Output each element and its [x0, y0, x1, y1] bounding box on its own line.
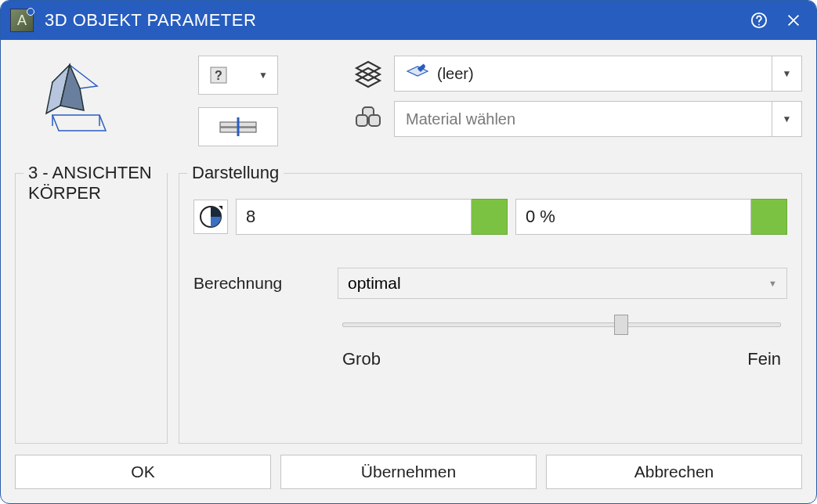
top-row: ? ▼ [15, 56, 802, 165]
views-body-panel: 3 - ANSICHTEN KÖRPER [15, 173, 168, 444]
help-icon [750, 12, 768, 29]
app-icon: A [10, 9, 34, 32]
value2-color-swatch[interactable] [751, 199, 787, 235]
dialog-footer: OK Übernehmen Abbrechen [1, 444, 816, 503]
berechnung-label: Berechnung [193, 274, 319, 293]
question-icon: ? [208, 65, 229, 85]
value1-group [236, 199, 508, 235]
apply-button[interactable]: Übernehmen [280, 455, 537, 489]
help-button[interactable] [746, 7, 772, 34]
slider-labels: Grob Fein [342, 349, 781, 369]
darstellung-panel: Darstellung [179, 173, 802, 444]
pie-icon [198, 204, 223, 229]
title-bar: A 3D OBJEKT PARAMETER [1, 1, 816, 40]
layers-icon [352, 59, 385, 88]
chevron-down-icon: ▼ [258, 70, 268, 81]
darstellung-title: Darstellung [187, 163, 284, 183]
ok-button[interactable]: OK [15, 455, 271, 489]
berechnung-dropdown[interactable]: optimal ▼ [338, 268, 787, 299]
window-title: 3D OBJEKT PARAMETER [45, 10, 738, 31]
layer-material-group: (leer) ▼ Material wählen ▼ [352, 56, 802, 137]
pie-icon-button[interactable] [193, 200, 228, 234]
detail-slider[interactable]: Grob Fein [342, 322, 781, 369]
views-body-title: 3 - ANSICHTEN KÖRPER [23, 163, 167, 203]
value2-group [515, 199, 787, 235]
layer-dropdown-value: (leer) [437, 65, 772, 83]
chevron-down-icon: ▼ [768, 279, 777, 288]
darstellung-values-row [193, 199, 787, 235]
svg-marker-5 [52, 115, 106, 131]
material-dropdown-placeholder: Material wählen [406, 110, 772, 128]
object-3d-preview-icon [31, 59, 117, 145]
chevron-down-icon: ▼ [772, 56, 801, 92]
svg-rect-19 [356, 115, 367, 126]
value1-color-swatch[interactable] [472, 199, 508, 235]
dialog-content: ? ▼ [1, 40, 816, 444]
chevron-down-icon: ▼ [772, 101, 801, 137]
value1-input[interactable] [236, 199, 472, 235]
slider-thumb[interactable] [614, 315, 628, 335]
layer-brush-icon [406, 62, 429, 85]
close-button[interactable] [780, 7, 807, 34]
berechnung-row: Berechnung optimal ▼ [193, 268, 787, 299]
tool-column: ? ▼ [198, 56, 278, 146]
material-dropdown[interactable]: Material wählen ▼ [394, 101, 802, 137]
svg-rect-20 [369, 115, 380, 126]
type-dropdown-button[interactable]: ? ▼ [198, 56, 278, 95]
alignment-icon [217, 116, 259, 138]
cancel-button[interactable]: Abbrechen [546, 455, 802, 489]
close-icon [785, 12, 802, 29]
value2-input[interactable] [515, 199, 751, 235]
svg-marker-22 [219, 206, 222, 210]
panels-row: 3 - ANSICHTEN KÖRPER Darstellung [15, 173, 802, 444]
slider-min-label: Grob [342, 349, 381, 369]
dialog-window: A 3D OBJEKT PARAMETER [0, 0, 817, 504]
slider-max-label: Fein [747, 349, 781, 369]
cluster-icon [352, 104, 385, 134]
berechnung-value: optimal [348, 274, 768, 293]
layer-dropdown[interactable]: (leer) ▼ [394, 56, 802, 92]
slider-track [342, 322, 781, 327]
svg-text:?: ? [215, 69, 222, 82]
alignment-button[interactable] [198, 107, 278, 146]
svg-point-1 [758, 24, 760, 26]
